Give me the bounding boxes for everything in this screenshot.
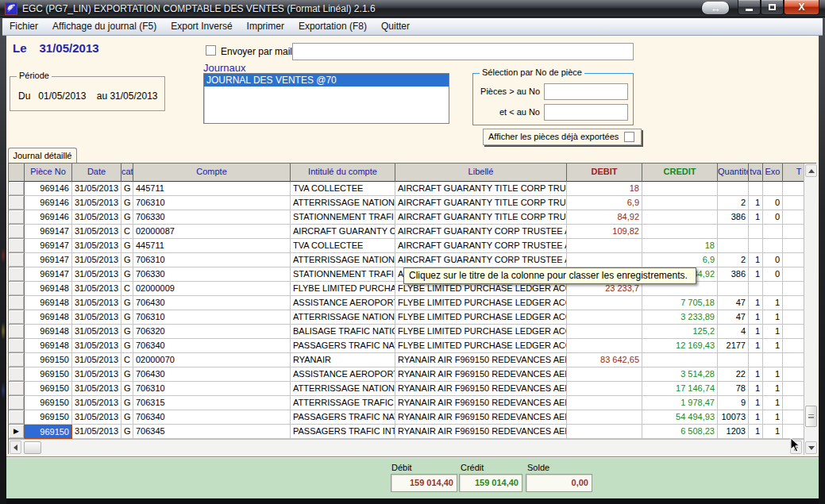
cell-intitule[interactable]: STATIONNEMENT TRAFI xyxy=(291,210,395,225)
cell-credit[interactable]: 7 705,18 xyxy=(642,296,718,310)
cell-piece[interactable]: 969150 xyxy=(25,396,72,410)
column-header-selector[interactable] xyxy=(9,164,25,182)
cell-libelle[interactable]: AIRCRAFT GUARANTY CORP TRUSTEE A xyxy=(395,225,567,239)
cell-exo[interactable] xyxy=(763,182,783,196)
minimize-button[interactable] xyxy=(738,0,761,15)
cell-cat[interactable]: G xyxy=(121,310,133,325)
cell-tva[interactable]: 1 xyxy=(749,253,763,267)
cell-exo[interactable] xyxy=(763,239,783,253)
cell-qty[interactable] xyxy=(718,182,749,196)
cell-piece[interactable]: 969146 xyxy=(25,210,72,225)
cell-sel[interactable] xyxy=(9,225,25,239)
close-button[interactable]: X xyxy=(784,0,819,15)
cell-debit[interactable]: 109,82 xyxy=(567,225,642,239)
cell-cat[interactable]: G xyxy=(121,267,133,282)
cell-libelle[interactable]: AIRCRAFT GUARANTY CORP TRUSTEE A xyxy=(395,239,567,253)
cell-piece[interactable]: 969148 xyxy=(25,282,72,296)
cell-compte[interactable]: 706310 xyxy=(133,253,291,267)
vertical-scrollbar[interactable] xyxy=(804,164,817,455)
cell-piece[interactable]: 969150 xyxy=(25,367,72,382)
cell-piece[interactable]: 969147 xyxy=(25,239,72,253)
cell-qty[interactable]: 1203 xyxy=(718,425,749,439)
cell-cat[interactable]: G xyxy=(121,196,133,210)
cell-qty[interactable] xyxy=(718,225,749,239)
cell-tva[interactable]: 1 xyxy=(749,339,763,353)
cell-compte[interactable]: 706330 xyxy=(133,210,291,225)
menu-item-affichage-journal[interactable]: Affichage du journal (F5) xyxy=(45,18,164,35)
cell-libelle[interactable]: RYANAIR AIR F969150 REDEVANCES AER xyxy=(395,396,567,410)
cell-intitule[interactable]: TVA COLLECTEE xyxy=(291,182,395,196)
table-row[interactable]: 96914631/05/2013G706330STATIONNEMENT TRA… xyxy=(9,210,815,225)
show-exported-checkbox[interactable] xyxy=(624,132,634,142)
table-row[interactable]: 96914731/05/2013C02000087AIRCRAFT GUARAN… xyxy=(9,225,815,239)
send-mail-checkbox[interactable] xyxy=(206,45,216,56)
maximize-button[interactable] xyxy=(761,0,784,15)
horizontal-scrollbar-thumb[interactable] xyxy=(24,441,41,454)
cell-exo[interactable] xyxy=(763,225,783,239)
cell-piece[interactable]: 969148 xyxy=(25,310,72,325)
cell-exo[interactable]: 1 xyxy=(763,382,783,396)
cell-piece[interactable]: 969150 xyxy=(25,382,72,396)
cell-intitule[interactable]: ATTERRISSAGE NATION. xyxy=(291,196,395,210)
cell-intitule[interactable]: ATTERRISSAGE NATION. xyxy=(291,310,395,325)
cell-debit[interactable] xyxy=(567,296,642,310)
cell-piece[interactable]: 969150 xyxy=(25,410,72,425)
tab-journal-detaille[interactable]: Journal détaillé xyxy=(8,148,77,163)
cell-debit[interactable] xyxy=(567,367,642,382)
cell-intitule[interactable]: ATTERRISSAGE TRAFIC xyxy=(291,396,395,410)
cell-date[interactable]: 31/05/2013 xyxy=(72,253,121,267)
column-header-tva[interactable]: tva xyxy=(749,164,763,182)
cell-qty[interactable]: 22 xyxy=(718,367,749,382)
column-header-compte[interactable]: Compte xyxy=(133,164,291,182)
cell-compte[interactable]: 706340 xyxy=(133,410,291,425)
cell-sel[interactable] xyxy=(9,396,25,410)
cell-credit[interactable]: 6,9 xyxy=(642,253,718,267)
column-header-intitule[interactable]: Intitulé du compte xyxy=(291,164,395,182)
cell-date[interactable]: 31/05/2013 xyxy=(72,239,121,253)
cell-date[interactable]: 31/05/2013 xyxy=(72,325,121,339)
cell-cat[interactable]: C xyxy=(121,282,133,296)
table-row[interactable]: 96914831/05/2013G706320BALISAGE TRAFIC N… xyxy=(9,325,815,339)
cell-debit[interactable] xyxy=(567,325,642,339)
cell-cat[interactable]: G xyxy=(121,396,133,410)
cell-libelle[interactable]: FLYBE LIMITED PURCHASE LEDGER ACC( xyxy=(395,339,567,353)
cell-qty[interactable]: 47 xyxy=(718,310,749,325)
cell-compte[interactable]: 445711 xyxy=(133,182,291,196)
table-row[interactable]: 96915031/05/2013C02000070RYANAIRRYANAIR … xyxy=(9,353,815,367)
cell-credit[interactable]: 3 233,89 xyxy=(642,310,718,325)
cell-compte[interactable]: 706430 xyxy=(133,367,291,382)
cell-sel[interactable] xyxy=(9,353,25,367)
cell-sel[interactable] xyxy=(9,310,25,325)
cell-compte[interactable]: 706310 xyxy=(133,310,291,325)
cell-tva[interactable] xyxy=(749,182,763,196)
pieces-gt-input[interactable] xyxy=(544,83,628,100)
cell-credit[interactable]: 3 514,28 xyxy=(642,367,718,382)
cell-tva[interactable]: 1 xyxy=(749,310,763,325)
cell-libelle[interactable]: RYANAIR AIR F969150 REDEVANCES AER xyxy=(395,425,567,439)
cell-compte[interactable]: 706310 xyxy=(133,196,291,210)
cell-sel[interactable]: ▶ xyxy=(9,425,25,439)
cell-tva[interactable] xyxy=(749,239,763,253)
menu-item-imprimer[interactable]: Imprimer xyxy=(240,18,291,35)
cell-compte[interactable]: 02000070 xyxy=(133,353,291,367)
cell-credit[interactable]: 18 xyxy=(642,239,718,253)
cell-debit[interactable] xyxy=(567,239,642,253)
journal-list-item[interactable]: JOURNAL DES VENTES @70 xyxy=(204,74,449,87)
cell-libelle[interactable]: AIRCRAFT GUARANTY TITLE CORP TRUS xyxy=(395,182,567,196)
vertical-scrollbar-thumb[interactable] xyxy=(805,406,817,427)
cell-libelle[interactable]: AIRCRAFT GUARANTY TITLE CORP TRUS xyxy=(395,210,567,225)
cell-qty[interactable] xyxy=(718,353,749,367)
cell-exo[interactable]: 0 xyxy=(763,210,783,225)
table-row[interactable]: 96915031/05/2013G706315ATTERRISSAGE TRAF… xyxy=(9,396,815,410)
cell-debit[interactable] xyxy=(567,382,642,396)
cell-intitule[interactable]: ATTERRISSAGE NATION. xyxy=(291,382,395,396)
cell-date[interactable]: 31/05/2013 xyxy=(72,296,121,310)
cell-sel[interactable] xyxy=(9,296,25,310)
cell-sel[interactable] xyxy=(9,282,25,296)
cell-date[interactable]: 31/05/2013 xyxy=(72,353,121,367)
cell-tva[interactable] xyxy=(749,225,763,239)
cell-compte[interactable]: 706345 xyxy=(133,425,291,439)
cell-intitule[interactable]: ASSISTANCE AEROPORT xyxy=(291,296,395,310)
cell-exo[interactable]: 1 xyxy=(763,367,783,382)
column-header-date[interactable]: Date xyxy=(72,164,121,182)
